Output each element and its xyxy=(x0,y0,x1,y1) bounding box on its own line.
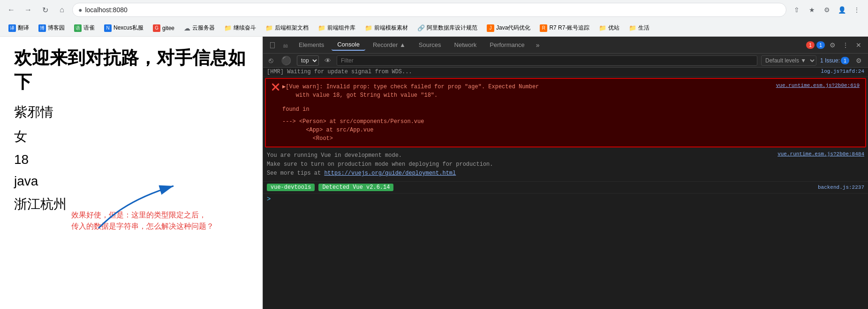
field-age: 18 xyxy=(14,152,249,167)
java-icon: J xyxy=(487,24,494,32)
issue-settings-icon[interactable]: ⚙ xyxy=(853,55,864,66)
bookmark-r7[interactable]: R R7 R7-账号追踪 xyxy=(536,23,593,33)
context-selector[interactable]: top xyxy=(297,55,319,66)
error-text-main: ▶[Vue warn]: Invalid prop: type check fa… xyxy=(282,83,771,100)
error-inner: ❌ ▶[Vue warn]: Invalid prop: type check … xyxy=(272,83,860,143)
close-button[interactable]: ✕ xyxy=(853,39,864,51)
profile-icon[interactable]: 👤 xyxy=(835,3,848,16)
bookmark-alibaba-db[interactable]: 🔗 阿里数据库设计规范 xyxy=(414,23,481,33)
tab-network[interactable]: Network xyxy=(449,39,483,50)
devtools-toolbar: ⎕ ⎂ Elements Console Recorder ▲ Sources … xyxy=(263,37,868,54)
r7-icon: R xyxy=(540,24,547,32)
bookmark-frontend-lib[interactable]: 📁 前端组件库 xyxy=(314,23,359,33)
vue-info-block: You are running Vue in development mode.… xyxy=(263,148,868,182)
tab-sources[interactable]: Sources xyxy=(413,39,447,50)
more-icon[interactable]: ⋮ xyxy=(840,39,851,51)
page-title: 欢迎来到对抗路，对手信息如下 xyxy=(14,46,249,94)
extension-icon[interactable]: ⚙ xyxy=(820,3,833,16)
vue-info-text: You are running Vue in development mode.… xyxy=(267,151,493,178)
gitee-icon: G xyxy=(153,24,160,32)
tab-console[interactable]: Console xyxy=(332,39,365,51)
nexcus-icon: N xyxy=(104,24,112,32)
issue-indicator: 1 Issue: 1 xyxy=(820,57,849,64)
error-circle-icon: ❌ xyxy=(272,83,279,91)
bookmark-icon[interactable]: ★ xyxy=(805,3,818,16)
arrow-area: 浙江杭州 效果好使，但是：这里的类型限定之后，传入的数据是字符串，怎么解决这种问… xyxy=(14,195,249,232)
bookmark-life[interactable]: 📁 生活 xyxy=(625,23,653,33)
log-level-selector[interactable]: Default levels ▼ xyxy=(761,55,816,66)
bookmark-blog[interactable]: 博 博客园 xyxy=(35,23,68,33)
reload-button[interactable]: ↻ xyxy=(38,3,52,16)
bookmarks-bar: 译 翻译 博 博客园 语 语雀 N Nexcus私服 G gitee ☁ 云服务… xyxy=(0,20,868,37)
nav-bar: ← → ↻ ⌂ ● localhost:8080 ⇧ ★ ⚙ 👤 ⋮ xyxy=(0,0,868,20)
console-output: [HMR] Waiting for update signal from WDS… xyxy=(263,68,868,309)
inspect-icon[interactable]: ⎕ xyxy=(267,39,278,51)
issue-label: 1 Issue: xyxy=(820,57,840,64)
error-content: ▶[Vue warn]: Invalid prop: type check fa… xyxy=(282,83,860,143)
error-source-link[interactable]: vue.runtime.esm.js?2b0e:619 xyxy=(776,83,860,88)
hmr-log-link[interactable]: log.js?1afd:24 xyxy=(821,69,864,74)
error-stack-trace: ---> <Person> at src/components/Person.v… xyxy=(282,117,860,143)
bookmark-translate[interactable]: 译 翻译 xyxy=(5,23,33,33)
home-button[interactable]: ⌂ xyxy=(55,3,68,16)
console-toolbar: ⎋ ⚫ top 👁 Default levels ▼ 1 Issue: 1 ⚙ xyxy=(263,54,868,68)
page-content: 欢迎来到对抗路，对手信息如下 紫邪情 女 18 java 浙江杭州 效果好使，但… xyxy=(0,37,263,309)
vue-devtools-line: vue-devtools Detected Vue v2.6.14 backen… xyxy=(263,182,868,193)
share-icon[interactable]: ⇧ xyxy=(790,3,803,16)
vue-error-block: ❌ ▶[Vue warn]: Invalid prop: type check … xyxy=(265,78,866,147)
backend-js-link[interactable]: backend.js:2237 xyxy=(818,185,864,190)
vue-devtools-badge: vue-devtools xyxy=(267,184,315,191)
hmr-log-text: [HMR] Waiting for update signal from WDS… xyxy=(267,69,821,75)
arrow-svg xyxy=(89,181,183,233)
vue-docs-link[interactable]: https://vuejs.org/guide/deployment.html xyxy=(324,170,456,177)
field-name: 紫邪情 xyxy=(14,103,249,121)
forward-button[interactable]: → xyxy=(22,3,35,16)
browser-chrome: ← → ↻ ⌂ ● localhost:8080 ⇧ ★ ⚙ 👤 ⋮ 译 翻译 … xyxy=(0,0,868,37)
clear-console-button[interactable]: ⎋ xyxy=(267,55,275,66)
vue-runtime-link[interactable]: vue.runtime.esm.js?2b0e:8484 xyxy=(777,151,864,157)
bookmark-folder1[interactable]: 📁 继续奋斗 xyxy=(220,23,260,33)
more-tabs-icon[interactable]: » xyxy=(532,39,543,51)
main-content: 欢迎来到对抗路，对手信息如下 紫邪情 女 18 java 浙江杭州 效果好使，但… xyxy=(0,37,868,309)
eye-icon[interactable]: 👁 xyxy=(323,56,333,65)
device-icon[interactable]: ⎂ xyxy=(280,39,291,51)
bookmark-nexcus[interactable]: N Nexcus私服 xyxy=(100,23,147,33)
hmr-log-line: [HMR] Waiting for update signal from WDS… xyxy=(263,68,868,77)
error-found-in: found in xyxy=(282,105,860,114)
vue-version-badge: Detected Vue v2.6.14 xyxy=(318,184,393,191)
bookmark-cloud[interactable]: ☁ 云服务器 xyxy=(180,23,219,33)
menu-icon[interactable]: ⋮ xyxy=(850,3,863,16)
address-bar[interactable]: ● localhost:8080 xyxy=(72,3,786,17)
field-location: 浙江杭州 xyxy=(14,195,67,213)
bookmark-gitee[interactable]: G gitee xyxy=(149,23,178,33)
bookmark-yuque[interactable]: 语 语雀 xyxy=(70,23,98,33)
error-badge: 1 xyxy=(806,41,815,49)
tab-recorder[interactable]: Recorder ▲ xyxy=(367,39,411,50)
bookmark-youzhan[interactable]: 📁 优站 xyxy=(595,23,623,33)
issue-count-badge: 1 xyxy=(841,57,849,64)
bookmark-backend-docs[interactable]: 📁 后端框架文档 xyxy=(262,23,312,33)
yuque-icon: 语 xyxy=(74,24,82,32)
filter-input[interactable] xyxy=(337,55,757,66)
blog-icon: 博 xyxy=(38,24,46,32)
back-button[interactable]: ← xyxy=(5,3,18,16)
field-gender: 女 xyxy=(14,128,249,146)
info-badge: 1 xyxy=(816,41,825,49)
tab-performance[interactable]: Performance xyxy=(484,39,530,50)
console-prompt[interactable]: > xyxy=(263,193,868,205)
bookmark-frontend-template[interactable]: 📁 前端模板素材 xyxy=(361,23,412,33)
translate-icon: 译 xyxy=(8,24,16,32)
bookmark-java-opt[interactable]: J Java代码优化 xyxy=(483,23,534,33)
devtools-panel: ⎕ ⎂ Elements Console Recorder ▲ Sources … xyxy=(263,37,868,309)
stop-network-button[interactable]: ⚫ xyxy=(279,54,293,67)
settings-icon[interactable]: ⚙ xyxy=(827,39,838,51)
url-text: localhost:8080 xyxy=(85,6,127,14)
tab-elements[interactable]: Elements xyxy=(293,39,330,50)
browser-nav-icons: ⇧ ★ ⚙ 👤 ⋮ xyxy=(790,3,863,16)
